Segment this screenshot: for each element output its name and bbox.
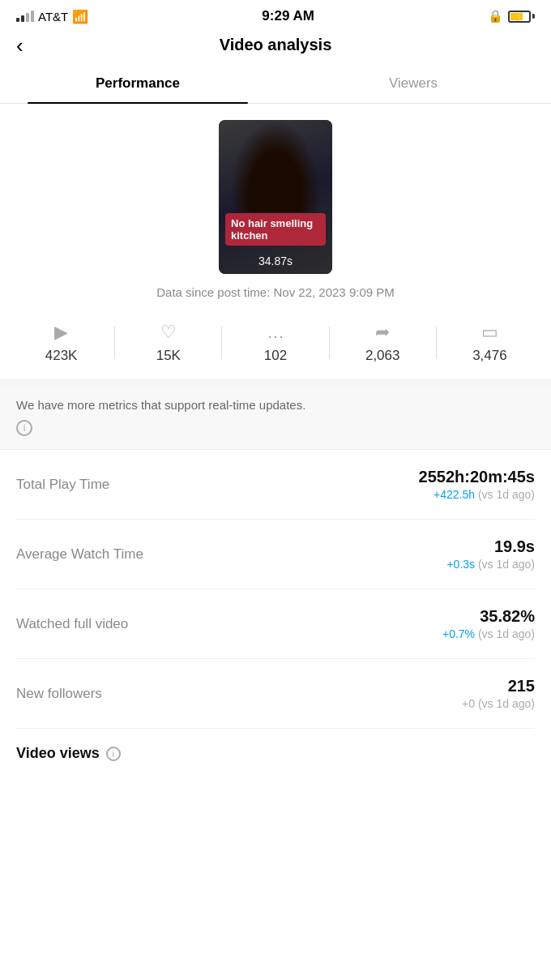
video-thumbnail[interactable]: No hair smelling kitchen 34.87s [219,120,332,274]
metric-watched-full-video: Watched full video 35.82% +0.7% (vs 1d a… [16,589,535,659]
plays-value: 423K [45,348,78,364]
tab-performance[interactable]: Performance [0,64,276,103]
stat-bookmarks: ▭ 3,476 [437,322,543,364]
thumbnail-bg [219,120,332,274]
status-bar: AT&T 📶 9:29 AM 🔒 ⚡ [0,0,551,29]
play-icon: ▶ [54,322,68,343]
metric-main-value: 19.9s [446,537,535,556]
comments-value: 102 [264,348,287,364]
video-views-section: Video views i [0,729,551,770]
status-right: 🔒 ⚡ [488,9,535,24]
tab-viewers[interactable]: Viewers [276,64,551,103]
stat-likes: ♡ 15K [115,322,221,364]
status-left: AT&T 📶 [16,9,88,24]
battery-icon: ⚡ [508,11,535,23]
bookmark-icon: ▭ [481,322,498,343]
metric-change: +0.7% (vs 1d ago) [442,627,535,640]
change-positive: +422.5h [434,488,475,501]
likes-value: 15K [156,348,181,364]
lock-icon: 🔒 [488,9,503,24]
back-button[interactable]: ‹ [16,35,23,56]
metric-change: +0 (vs 1d ago) [462,697,535,710]
info-banner-row: i [16,418,535,436]
info-banner: We have more metrics that support real-t… [0,385,551,450]
video-duration: 34.87s [219,255,332,267]
metric-total-play-time: Total Play Time 2552h:20m:45s +422.5h (v… [16,450,535,520]
metrics-list: Total Play Time 2552h:20m:45s +422.5h (v… [0,450,551,729]
clock: 9:29 AM [262,8,314,24]
header: ‹ Video analysis [0,29,551,64]
thumbnail-section: No hair smelling kitchen 34.87s Data sin… [0,104,551,307]
shares-value: 2,063 [365,348,400,364]
signal-icon [16,11,34,22]
metric-main-value: 215 [462,677,535,695]
share-icon: ➦ [375,322,390,343]
metric-label: Total Play Time [16,477,109,493]
metric-change: +0.3s (vs 1d ago) [446,558,535,571]
metric-main-value: 35.82% [442,607,535,626]
metric-new-followers: New followers 215 +0 (vs 1d ago) [16,659,535,729]
stat-shares: ➦ 2,063 [330,322,436,364]
metric-label: New followers [16,686,102,702]
stat-plays: ▶ 423K [8,322,114,364]
page-title: Video analysis [220,36,332,54]
metric-values: 2552h:20m:45s +422.5h (vs 1d ago) [419,468,535,501]
change-positive: +0.7% [442,627,475,640]
metric-values: 35.82% +0.7% (vs 1d ago) [442,607,535,640]
comment-icon: … [267,322,284,343]
video-overlay-label: No hair smelling kitchen [225,213,326,246]
heart-icon: ♡ [160,322,177,343]
metric-label: Average Watch Time [16,546,143,563]
stat-comments: … 102 [222,322,328,364]
info-banner-text: We have more metrics that support real-t… [16,398,535,412]
tabs: Performance Viewers [0,64,551,104]
metric-label: Watched full video [16,616,128,632]
info-icon[interactable]: i [16,420,32,436]
video-views-label: Video views [16,745,100,762]
metric-values: 215 +0 (vs 1d ago) [462,677,535,710]
video-views-info-icon[interactable]: i [106,747,121,761]
metric-main-value: 2552h:20m:45s [419,468,535,486]
post-date: Data since post time: Nov 22, 2023 9:09 … [156,285,395,299]
metric-average-watch-time: Average Watch Time 19.9s +0.3s (vs 1d ag… [16,520,535,589]
wifi-icon: 📶 [72,9,88,24]
metric-change: +422.5h (vs 1d ago) [419,488,535,501]
stats-row: ▶ 423K ♡ 15K … 102 ➦ 2,063 ▭ 3,476 [0,307,551,385]
change-positive: +0.3s [446,558,475,571]
metric-values: 19.9s +0.3s (vs 1d ago) [446,537,535,571]
bookmarks-value: 3,476 [472,348,507,364]
carrier-label: AT&T [38,10,68,24]
